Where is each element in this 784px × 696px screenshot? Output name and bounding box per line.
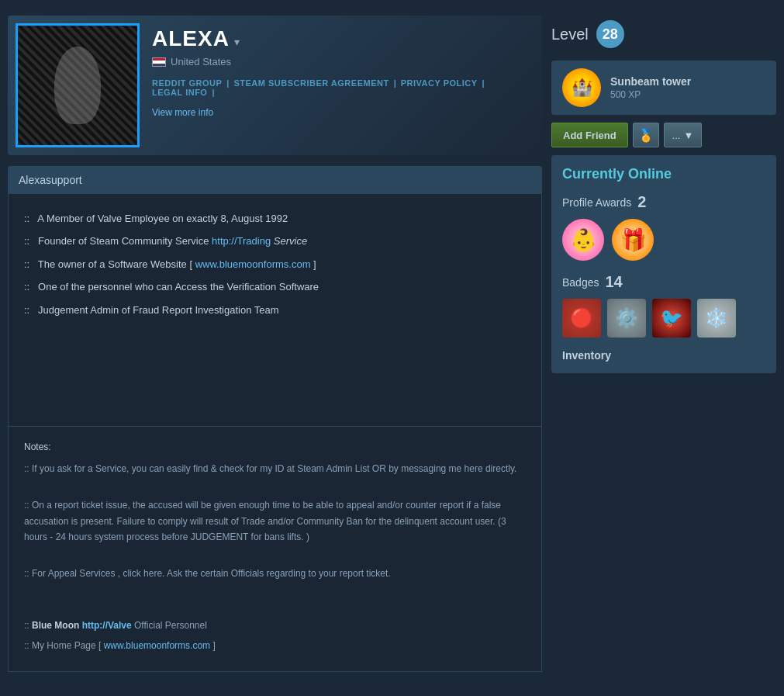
level-badge: 28	[596, 20, 624, 48]
tab-label: Alexasupport	[19, 174, 82, 186]
website-link[interactable]: www.bluemoonforms.com	[195, 258, 311, 270]
separator-2: |	[394, 78, 396, 88]
award-icon-2[interactable]: 🎁	[612, 219, 654, 261]
xp-amount: 500 XP	[610, 89, 691, 100]
note-line-2: :: On a report ticket issue, the accused…	[24, 497, 526, 545]
homepage-link[interactable]: www.bluemoonforms.com	[104, 640, 210, 651]
separator-3: |	[482, 78, 485, 88]
note-line-5: :: My Home Page [ www.bluemoonforms.com …	[24, 638, 526, 653]
profile-tab-bar[interactable]: Alexasupport	[8, 166, 542, 194]
badge-icon-4[interactable]: ❄️	[697, 299, 736, 338]
note-line-4: :: Blue Moon http://Valve Official Perso…	[24, 618, 526, 633]
xp-name: Sunbeam tower	[610, 75, 691, 88]
notes-label: Notes:	[24, 439, 526, 455]
dropdown-arrow-icon[interactable]: ▾	[234, 36, 240, 48]
profile-bio-box: :: A Member of Valve Employee on exactly…	[8, 194, 542, 427]
badge-icon-1[interactable]: 🔴	[562, 299, 601, 338]
note-line-3: :: For Appeal Services , click here. Ask…	[24, 566, 526, 581]
badges-label: Badges	[562, 276, 599, 289]
level-box: Level 28	[551, 16, 776, 53]
badge-icon-2[interactable]: ⚙️	[607, 299, 646, 338]
badge-icon-3[interactable]: 🐦	[652, 299, 691, 338]
username-row: ALEXA ▾	[152, 26, 534, 51]
profile-awards-header: Profile Awards 2	[562, 193, 765, 211]
legal-info-link[interactable]: LEGAL INFO	[152, 88, 207, 97]
trading-link[interactable]: http://Trading	[212, 235, 271, 247]
more-button[interactable]: ... ▼	[664, 123, 703, 147]
view-more-info-link[interactable]: View more info	[152, 107, 213, 118]
bio-line-5: :: Judgement Admin of Fraud Report Inves…	[24, 301, 526, 319]
level-label: Level	[551, 26, 589, 43]
badges-row: 🔴 ⚙️ 🐦 ❄️	[562, 299, 765, 338]
profile-awards-label: Profile Awards	[562, 196, 631, 209]
xp-icon: 🏰	[562, 68, 601, 107]
more-label: ...	[672, 130, 681, 141]
awards-row: 👶 🎁	[562, 219, 765, 261]
avatar	[16, 23, 140, 147]
reddit-group-link[interactable]: REDDIT GROUP	[152, 78, 222, 88]
xp-card: 🏰 Sunbeam tower 500 XP	[551, 61, 776, 115]
bio-line-4: :: One of the personnel who can Access t…	[24, 278, 526, 296]
badges-header: Badges 14	[562, 273, 765, 291]
profile-info: ALEXA ▾ United States REDDIT GROUP | STE…	[152, 23, 534, 119]
badges-count: 14	[605, 273, 622, 291]
flag-icon	[152, 57, 166, 67]
right-sidebar: Level 28 🏰 Sunbeam tower 500 XP Add Frie…	[551, 16, 776, 672]
inventory-label: Inventory	[562, 349, 611, 362]
bio-line-2: :: Founder of Steam Community Service ht…	[24, 232, 526, 250]
valve-link[interactable]: http://Valve	[82, 620, 132, 631]
award-icon-1[interactable]: 👶	[562, 219, 604, 261]
country-name: United States	[171, 56, 231, 68]
award-icon: 🏅	[638, 128, 654, 143]
links-row: REDDIT GROUP | STEAM SUBSCRIBER AGREEMEN…	[152, 78, 534, 97]
online-panel: Currently Online Profile Awards 2 👶 🎁 Ba…	[551, 155, 776, 373]
online-title: Currently Online	[562, 166, 765, 182]
award-button[interactable]: 🏅	[633, 123, 659, 147]
notes-section: Notes: :: If you ask for a Service, you …	[8, 427, 542, 672]
note-line-1: :: If you ask for a Service, you can eas…	[24, 461, 526, 476]
profile-awards-count: 2	[637, 193, 646, 211]
country-row: United States	[152, 56, 534, 68]
xp-info: Sunbeam tower 500 XP	[610, 75, 691, 100]
steam-subscriber-link[interactable]: STEAM SUBSCRIBER AGREEMENT	[233, 78, 389, 88]
privacy-policy-link[interactable]: PRIVACY POLICY	[401, 78, 478, 88]
profile-header: ALEXA ▾ United States REDDIT GROUP | STE…	[8, 16, 542, 155]
add-friend-button[interactable]: Add Friend	[551, 123, 628, 147]
chevron-down-icon: ▼	[683, 130, 693, 141]
separator-4: |	[212, 88, 214, 97]
separator-1: |	[226, 78, 229, 88]
username: ALEXA	[152, 26, 230, 51]
action-buttons: Add Friend 🏅 ... ▼	[551, 123, 776, 147]
bio-line-3: :: The owner of a Software Website [ www…	[24, 255, 526, 273]
inventory-section: Inventory	[562, 348, 765, 362]
bio-line-1: :: A Member of Valve Employee on exactly…	[24, 209, 526, 227]
